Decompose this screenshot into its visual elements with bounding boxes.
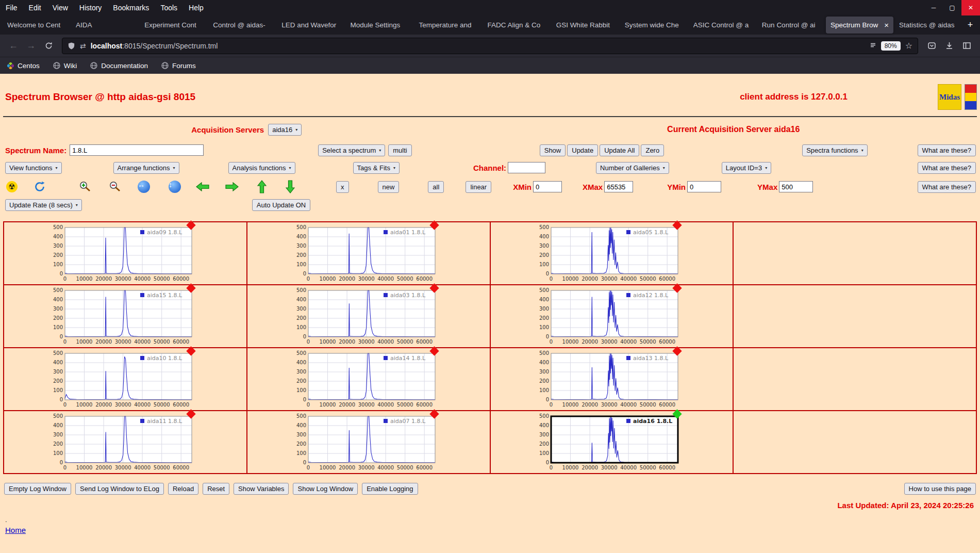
spectrum-cell-aida03[interactable]: 0100200300400500010000200003000040000500… bbox=[247, 285, 491, 347]
acquisition-server-select[interactable]: aida16▾ bbox=[268, 124, 302, 136]
home-link[interactable]: Home bbox=[5, 526, 26, 534]
number-of-galleries-dropdown[interactable]: Number of Galleries▾ bbox=[596, 162, 669, 174]
spectrum-cell-aida12[interactable]: 0100200300400500010000200003000040000500… bbox=[491, 285, 734, 347]
menu-bookmarks[interactable]: Bookmarks bbox=[107, 0, 155, 15]
tab-asic-control-a[interactable]: ASIC Control @ a bbox=[689, 17, 756, 34]
forward-icon[interactable]: → bbox=[23, 38, 39, 54]
update-rate-dropdown[interactable]: Update Rate (8 secs)▾ bbox=[5, 199, 82, 211]
tab-spectrum-brow[interactable]: Spectrum Brow× bbox=[826, 17, 893, 34]
move-up-icon[interactable] bbox=[255, 180, 269, 193]
spectrum-cell-aida11[interactable]: 0100200300400500010000200003000040000500… bbox=[4, 411, 247, 473]
tab-control-aidas[interactable]: Control @ aidas- bbox=[208, 17, 276, 34]
show-button[interactable]: Show bbox=[540, 144, 566, 156]
how-to-use-button[interactable]: How to use this page bbox=[904, 483, 976, 495]
spectra-functions-dropdown[interactable]: Spectra functions▾ bbox=[802, 144, 867, 156]
spectrum-plot-aida05[interactable]: 0100200300400500010000200003000040000500… bbox=[534, 223, 689, 283]
all-button[interactable]: all bbox=[428, 181, 444, 193]
arrange-functions-dropdown[interactable]: Arrange functions▾ bbox=[113, 162, 179, 174]
spectrum-cell-aida14[interactable]: 0100200300400500010000200003000040000500… bbox=[247, 348, 491, 410]
zoom-out-icon[interactable] bbox=[108, 180, 122, 193]
tags-fits-dropdown[interactable]: Tags & Fits▾ bbox=[353, 162, 400, 174]
shield-icon[interactable] bbox=[68, 42, 75, 50]
url-bar[interactable]: ⇄ localhost:8015/Spectrum/Spectrum.tml 8… bbox=[62, 38, 918, 54]
zoom-level-chip[interactable]: 80% bbox=[881, 41, 901, 51]
tab-run-control-ai[interactable]: Run Control @ ai bbox=[757, 17, 825, 34]
what-are-these-button[interactable]: What are these? bbox=[918, 181, 976, 193]
tab-aida[interactable]: AIDA bbox=[71, 17, 139, 34]
spectrum-cell-aida13[interactable]: 0100200300400500010000200003000040000500… bbox=[491, 348, 734, 410]
auto-update-button[interactable]: Auto Update ON bbox=[252, 199, 310, 211]
menu-help[interactable]: Help bbox=[183, 0, 209, 15]
tab-experiment-cont[interactable]: Experiment Cont bbox=[140, 17, 207, 34]
expand-vertical-icon[interactable]: ↕ bbox=[168, 180, 181, 193]
menu-view[interactable]: View bbox=[47, 0, 74, 15]
x-button[interactable]: x bbox=[336, 181, 349, 193]
empty-log-window-button[interactable]: Empty Log Window bbox=[4, 483, 71, 495]
radiation-icon[interactable]: ☢ bbox=[5, 180, 19, 193]
spectrum-cell-aida09[interactable]: 0100200300400500010000200003000040000500… bbox=[4, 222, 247, 284]
spectrum-plot-aida12[interactable]: 0100200300400500010000200003000040000500… bbox=[534, 286, 689, 346]
xmin-input[interactable] bbox=[533, 181, 562, 192]
what-are-these-button[interactable]: What are these? bbox=[918, 162, 976, 174]
tab-system-wide-che[interactable]: System wide Che bbox=[620, 17, 688, 34]
spectrum-plot-aida11[interactable]: 0100200300400500010000200003000040000500… bbox=[47, 412, 203, 472]
spectrum-plot-aida10[interactable]: 0100200300400500010000200003000040000500… bbox=[47, 349, 203, 409]
menu-tools[interactable]: Tools bbox=[155, 0, 183, 15]
linear-button[interactable]: linear bbox=[466, 181, 491, 193]
new-tab-button[interactable]: + bbox=[962, 17, 978, 34]
maximize-icon[interactable]: ▢ bbox=[943, 0, 961, 15]
spectrum-cell-aida05[interactable]: 0100200300400500010000200003000040000500… bbox=[491, 222, 734, 284]
spectrum-plot-aida15[interactable]: 0100200300400500010000200003000040000500… bbox=[47, 286, 203, 346]
spectrum-plot-aida03[interactable]: 0100200300400500010000200003000040000500… bbox=[291, 286, 446, 346]
spectrum-plot-aida14[interactable]: 0100200300400500010000200003000040000500… bbox=[291, 349, 446, 409]
update-button[interactable]: Update bbox=[567, 144, 598, 156]
show-log-window-button[interactable]: Show Log Window bbox=[293, 483, 358, 495]
spectrum-name-input[interactable] bbox=[70, 144, 204, 156]
ymax-input[interactable] bbox=[779, 181, 813, 192]
move-down-icon[interactable] bbox=[284, 180, 297, 193]
view-functions-dropdown[interactable]: View functions▾ bbox=[5, 162, 62, 174]
sidebar-icon[interactable] bbox=[958, 38, 975, 54]
tab-temperature-and[interactable]: Temperature and bbox=[414, 17, 481, 34]
select-spectrum-dropdown[interactable]: Select a spectrum▾ bbox=[318, 144, 385, 156]
spectrum-plot-aida16[interactable]: 0100200300400500010000200003000040000500… bbox=[534, 412, 689, 472]
menu-file[interactable]: File bbox=[0, 0, 23, 15]
back-icon[interactable]: ← bbox=[5, 38, 22, 54]
bookmark-wiki[interactable]: Wiki bbox=[53, 62, 77, 70]
tab-welcome-to-cent[interactable]: Welcome to Cent bbox=[3, 17, 70, 34]
menu-history[interactable]: History bbox=[74, 0, 108, 15]
downloads-icon[interactable] bbox=[941, 38, 957, 54]
spectrum-cell-aida16[interactable]: 0100200300400500010000200003000040000500… bbox=[491, 411, 734, 473]
enable-logging-button[interactable]: Enable Logging bbox=[362, 483, 418, 495]
bookmark-documentation[interactable]: Documentation bbox=[90, 62, 148, 70]
tab-statistics-aidas[interactable]: Statistics @ aidas bbox=[894, 17, 962, 34]
http-arrows-icon[interactable]: ⇄ bbox=[80, 42, 86, 50]
new-button[interactable]: new bbox=[378, 181, 400, 193]
minimize-icon[interactable]: ─ bbox=[924, 0, 943, 15]
send-log-window-to-elog-button[interactable]: Send Log Window to ELog bbox=[75, 483, 164, 495]
tab-close-icon[interactable]: × bbox=[884, 21, 889, 29]
show-variables-button[interactable]: Show Variables bbox=[234, 483, 289, 495]
what-are-these-button[interactable]: What are these? bbox=[918, 144, 976, 156]
tab-fadc-align-co[interactable]: FADC Align & Co bbox=[483, 17, 551, 34]
menu-edit[interactable]: Edit bbox=[23, 0, 47, 15]
zero-button[interactable]: Zero bbox=[641, 144, 664, 156]
bookmark-star-icon[interactable]: ☆ bbox=[905, 41, 912, 51]
spectrum-cell-aida10[interactable]: 0100200300400500010000200003000040000500… bbox=[4, 348, 247, 410]
spectrum-plot-aida09[interactable]: 0100200300400500010000200003000040000500… bbox=[47, 223, 203, 283]
bookmark-centos[interactable]: Centos bbox=[7, 62, 40, 70]
multi-button[interactable]: multi bbox=[388, 144, 411, 156]
expand-horizontal-icon[interactable]: ↔ bbox=[137, 180, 151, 193]
reader-mode-icon[interactable] bbox=[870, 42, 876, 49]
reload-button[interactable]: Reload bbox=[168, 483, 198, 495]
ymin-input[interactable] bbox=[687, 181, 721, 192]
spectrum-plot-aida13[interactable]: 0100200300400500010000200003000040000500… bbox=[534, 349, 689, 409]
spectrum-plot-aida01[interactable]: 0100200300400500010000200003000040000500… bbox=[291, 223, 446, 283]
bookmark-forums[interactable]: Forums bbox=[161, 62, 196, 70]
move-right-icon[interactable] bbox=[225, 180, 239, 193]
close-icon[interactable]: ✕ bbox=[961, 0, 980, 15]
tab-led-and-wavefor[interactable]: LED and Wavefor bbox=[277, 17, 344, 34]
tab-gsi-white-rabbit[interactable]: GSI White Rabbit bbox=[552, 17, 619, 34]
move-left-icon[interactable] bbox=[196, 180, 209, 193]
spectrum-cell-aida15[interactable]: 0100200300400500010000200003000040000500… bbox=[4, 285, 247, 347]
